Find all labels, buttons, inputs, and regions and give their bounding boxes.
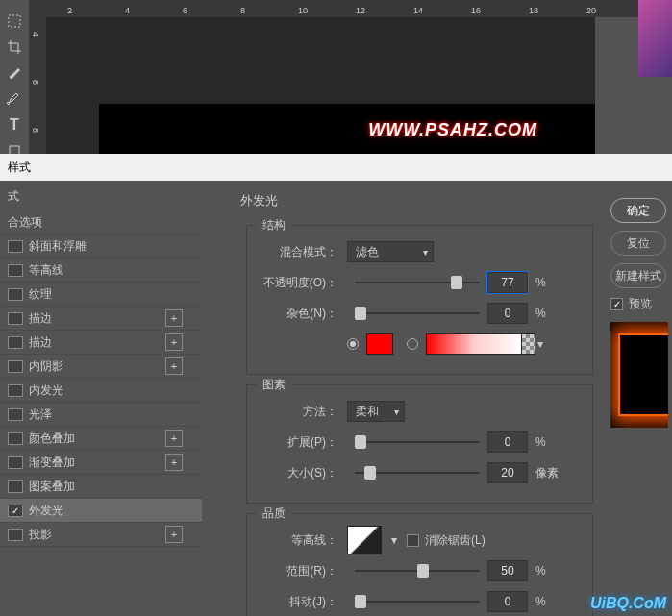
- color-radio-solid[interactable]: [347, 338, 359, 350]
- style-drop-shadow[interactable]: 投影+: [0, 523, 202, 547]
- style-inner-shadow[interactable]: 内阴影+: [0, 355, 202, 379]
- crop-tool[interactable]: [2, 35, 27, 60]
- antialias-checkbox[interactable]: [407, 534, 419, 547]
- panel-title: 外发光: [213, 188, 593, 219]
- checkbox-icon[interactable]: [8, 336, 23, 349]
- color-swatch[interactable]: [366, 333, 393, 355]
- canvas[interactable]: WWW.PSAHZ.COM: [46, 17, 595, 154]
- svg-rect-0: [9, 15, 20, 27]
- method-label: 方法：: [261, 404, 347, 420]
- ruler-horizontal: 2 4 6 8 10 12 14 16 18 20: [29, 0, 672, 17]
- ruler-vertical: 4 6 8: [29, 17, 46, 154]
- spread-slider[interactable]: [355, 441, 480, 443]
- checkbox-icon[interactable]: [8, 264, 23, 277]
- style-gradient-overlay[interactable]: 渐变叠加+: [0, 451, 202, 475]
- noise-label: 杂色(N)：: [261, 306, 347, 322]
- group-title-structure: 结构: [257, 217, 291, 234]
- styles-header: 式: [0, 181, 202, 210]
- style-outer-glow[interactable]: 外发光: [0, 499, 202, 523]
- group-title-elements: 图素: [257, 377, 291, 393]
- styles-list: 式 合选项 斜面和浮雕 等高线 纹理 描边+ 描边+ 内阴影+ 内发光 光泽 颜…: [0, 181, 202, 616]
- size-label: 大小(S)：: [261, 465, 347, 481]
- add-icon[interactable]: +: [165, 526, 183, 543]
- color-radio-gradient[interactable]: [407, 338, 418, 350]
- style-contour[interactable]: 等高线: [0, 259, 202, 283]
- right-panel: 确定 复位 新建样式 预览: [605, 181, 672, 616]
- style-stroke-1[interactable]: 描边+: [0, 307, 202, 331]
- quality-group: 品质 等高线： ▾ 消除锯齿(L) 范围(R)： % 抖动(J)： %: [246, 513, 593, 616]
- text-tool[interactable]: T: [2, 112, 27, 137]
- editor-area: T 2 4 6 8 10 12 14 16 18 20 4 6 8 WWW.PS…: [0, 0, 672, 154]
- checkbox-icon[interactable]: [8, 456, 23, 469]
- chevron-down-icon[interactable]: ▾: [537, 337, 543, 351]
- marquee-tool[interactable]: [2, 9, 27, 34]
- style-bevel[interactable]: 斜面和浮雕: [0, 234, 202, 259]
- checkbox-icon[interactable]: [8, 360, 23, 373]
- blend-mode-label: 混合模式：: [261, 244, 347, 260]
- chevron-down-icon[interactable]: ▾: [391, 533, 397, 547]
- range-slider[interactable]: [355, 570, 480, 572]
- dialog-title: 样式: [8, 160, 31, 176]
- structure-group: 结构 混合模式： 滤色 不透明度(O)： % 杂色(N)： %: [246, 225, 593, 375]
- style-blend-options[interactable]: 合选项: [0, 210, 202, 234]
- jitter-slider[interactable]: [355, 601, 480, 603]
- jitter-label: 抖动(J)：: [261, 594, 347, 610]
- watermark: UiBQ.CoM: [590, 595, 666, 612]
- checkbox-icon[interactable]: [8, 529, 23, 541]
- preview-checkbox[interactable]: [610, 298, 623, 310]
- style-color-overlay[interactable]: 颜色叠加+: [0, 427, 202, 451]
- antialias-label: 消除锯齿(L): [425, 532, 485, 549]
- ok-button[interactable]: 确定: [610, 198, 666, 223]
- canvas-content: WWW.PSAHZ.COM: [99, 104, 595, 157]
- opacity-input[interactable]: [487, 272, 528, 293]
- opacity-slider[interactable]: [355, 282, 480, 283]
- method-dropdown[interactable]: 柔和: [347, 401, 405, 422]
- style-satin[interactable]: 光泽: [0, 403, 202, 427]
- opacity-label: 不透明度(O)：: [261, 275, 347, 291]
- size-input[interactable]: [487, 462, 528, 483]
- layer-style-dialog: 式 合选项 斜面和浮雕 等高线 纹理 描边+ 描边+ 内阴影+ 内发光 光泽 颜…: [0, 181, 672, 616]
- dialog-title-bar: 样式: [0, 154, 672, 181]
- preview-label: 预览: [629, 296, 652, 312]
- checkbox-icon[interactable]: [8, 480, 23, 493]
- gradient-swatch[interactable]: [426, 333, 522, 355]
- checkbox-icon[interactable]: [8, 505, 23, 517]
- blend-mode-dropdown[interactable]: 滤色: [347, 241, 434, 262]
- checkbox-icon[interactable]: [8, 384, 23, 397]
- cancel-button[interactable]: 复位: [610, 231, 666, 256]
- range-input[interactable]: [487, 560, 528, 581]
- checkbox-icon[interactable]: [8, 432, 23, 445]
- checkbox-icon[interactable]: [8, 288, 23, 301]
- sample-text: WWW.PSAHZ.COM: [368, 120, 537, 140]
- brush-tool[interactable]: [2, 61, 27, 86]
- checkbox-icon[interactable]: [8, 312, 23, 325]
- noise-slider[interactable]: [355, 312, 480, 314]
- new-style-button[interactable]: 新建样式: [610, 263, 666, 288]
- checkbox-icon[interactable]: [8, 408, 23, 421]
- thumbnail-preview: [638, 0, 672, 77]
- pen-tool[interactable]: [2, 86, 27, 111]
- add-icon[interactable]: +: [165, 454, 183, 471]
- style-stroke-2[interactable]: 描边+: [0, 331, 202, 355]
- spread-label: 扩展(P)：: [261, 434, 347, 451]
- contour-label: 等高线：: [261, 532, 347, 549]
- toolbar: T: [0, 0, 29, 154]
- add-icon[interactable]: +: [165, 357, 183, 375]
- style-texture[interactable]: 纹理: [0, 283, 202, 307]
- contour-swatch[interactable]: [347, 526, 382, 554]
- style-inner-glow[interactable]: 内发光: [0, 379, 202, 403]
- settings-panel: 外发光 结构 混合模式： 滤色 不透明度(O)： % 杂色(N)： %: [202, 181, 605, 616]
- range-label: 范围(R)：: [261, 563, 347, 579]
- add-icon[interactable]: +: [165, 309, 183, 327]
- spread-input[interactable]: [487, 431, 528, 453]
- noise-input[interactable]: [487, 303, 528, 324]
- jitter-input[interactable]: [487, 591, 528, 612]
- add-icon[interactable]: +: [165, 333, 183, 351]
- preview-box: [610, 322, 668, 428]
- elements-group: 图素 方法： 柔和 扩展(P)： % 大小(S)： 像素: [246, 384, 593, 504]
- add-icon[interactable]: +: [165, 430, 183, 447]
- transparency-icon: [522, 333, 535, 355]
- checkbox-icon[interactable]: [8, 240, 23, 253]
- style-pattern-overlay[interactable]: 图案叠加: [0, 475, 202, 499]
- size-slider[interactable]: [355, 472, 480, 474]
